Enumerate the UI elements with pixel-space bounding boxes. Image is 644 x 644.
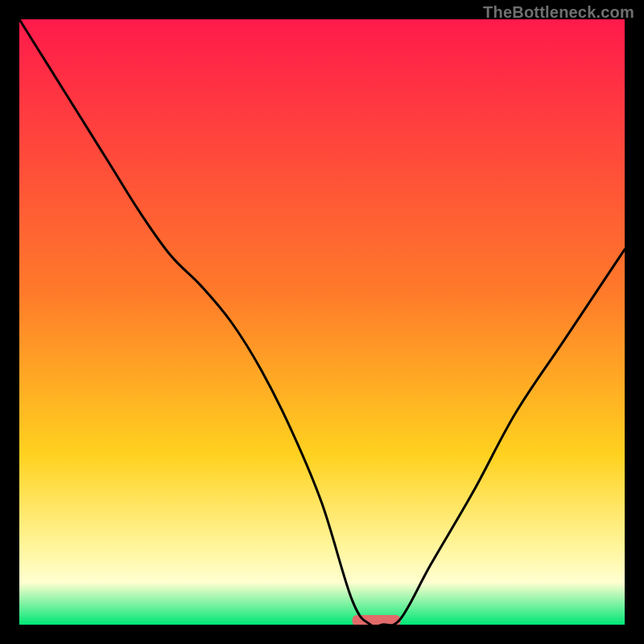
bottleneck-plot	[19, 19, 625, 625]
chart-frame: TheBottleneck.com	[0, 0, 644, 644]
plot-background	[19, 19, 625, 625]
